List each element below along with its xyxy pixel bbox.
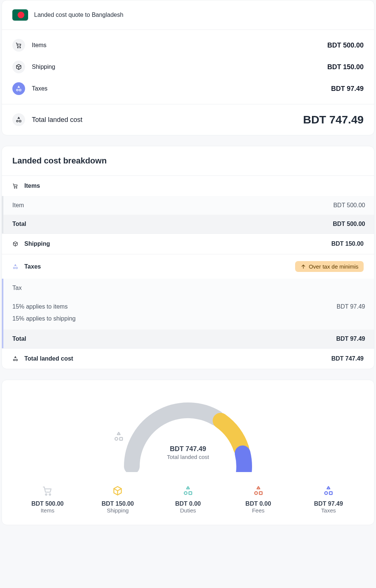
summary-shipping-label: Shipping — [32, 64, 321, 70]
breakdown-tax-detail: 15% applies to items BDT 97.49 15% appli… — [2, 297, 374, 330]
svg-point-20 — [325, 492, 328, 495]
legend-taxes-caption: Taxes — [293, 507, 364, 514]
breakdown-tax-line1: 15% applies to items — [12, 303, 337, 310]
svg-point-18 — [255, 492, 258, 495]
breakdown-grand-total-label: Total landed cost — [24, 355, 325, 362]
svg-rect-3 — [19, 89, 21, 91]
breakdown-shipping-value: BDT 150.00 — [331, 241, 364, 247]
package-icon — [12, 61, 25, 73]
shapes-icon — [182, 485, 194, 496]
breakdown-taxes-label: Taxes — [24, 263, 41, 270]
breakdown-card: Landed cost breakdown Items Item BDT 500… — [1, 146, 375, 369]
shapes-icon — [253, 485, 264, 496]
breakdown-grand-total-value: BDT 747.49 — [331, 355, 364, 362]
summary-shipping-value: BDT 150.00 — [327, 63, 364, 71]
gauge-chart: BDT 747.49 Total landed cost — [113, 393, 263, 468]
legend-fees-caption: Fees — [223, 507, 294, 514]
page-title: Landed cost quote to Bangladesh — [34, 12, 123, 18]
svg-rect-13 — [120, 438, 123, 441]
summary-header: Landed cost quote to Bangladesh — [2, 0, 374, 30]
breakdown-title: Landed cost breakdown — [2, 146, 374, 175]
breakdown-taxes-total-value: BDT 97.49 — [336, 336, 365, 342]
breakdown-tax-line2: 15% applies to shipping — [12, 315, 365, 322]
breakdown-items-total-value: BDT 500.00 — [333, 221, 365, 227]
breakdown-shipping-row: Shipping BDT 150.00 — [2, 233, 374, 254]
svg-point-16 — [184, 492, 187, 495]
svg-point-1 — [20, 47, 21, 48]
gauge-caption: Total landed cost — [113, 454, 263, 460]
legend-shipping: BDT 150.00 Shipping — [83, 483, 153, 514]
gauge-legend: BDT 500.00 Items BDT 150.00 Shipping BDT… — [12, 483, 364, 514]
svg-point-10 — [13, 359, 15, 361]
breakdown-taxes-total-label: Total — [12, 336, 336, 342]
summary-total-label: Total landed cost — [32, 116, 296, 124]
breakdown-taxes-header: Taxes Over tax de minimis — [2, 254, 374, 279]
legend-shipping-caption: Shipping — [83, 507, 153, 514]
legend-taxes: BDT 97.49 Taxes — [293, 483, 364, 514]
shapes-icon — [12, 356, 18, 362]
taxes-icon — [12, 82, 25, 95]
svg-point-2 — [16, 89, 18, 91]
arrow-up-icon — [300, 264, 306, 270]
svg-point-0 — [18, 47, 18, 48]
breakdown-tax-label-row: Tax — [2, 279, 374, 297]
svg-rect-5 — [19, 120, 21, 122]
breakdown-shipping-label: Shipping — [24, 241, 325, 247]
legend-duties-value: BDT 0.00 — [153, 500, 223, 507]
shapes-icon — [323, 485, 334, 496]
package-icon — [12, 241, 18, 247]
de-minimis-text: Over tax de minimis — [309, 263, 358, 270]
summary-items-value: BDT 500.00 — [327, 42, 364, 49]
shapes-icon — [113, 431, 124, 442]
breakdown-items-label: Items — [24, 183, 40, 189]
svg-point-4 — [16, 120, 18, 122]
breakdown-items-header: Items — [2, 175, 374, 196]
taxes-icon — [12, 264, 18, 270]
summary-row-shipping: Shipping BDT 150.00 — [2, 56, 374, 78]
gauge-amount: BDT 747.49 — [113, 445, 263, 453]
legend-items-caption: Items — [12, 507, 83, 514]
summary-items-label: Items — [32, 42, 321, 49]
breakdown-items-total-row: Total BDT 500.00 — [2, 215, 374, 233]
legend-taxes-value: BDT 97.49 — [293, 500, 364, 507]
de-minimis-badge: Over tax de minimis — [295, 261, 364, 272]
shapes-icon — [12, 113, 25, 126]
svg-rect-21 — [330, 492, 333, 495]
breakdown-grand-total-row: Total landed cost BDT 747.49 — [2, 348, 374, 369]
legend-fees-value: BDT 0.00 — [223, 500, 294, 507]
summary-total-row: Total landed cost BDT 747.49 — [2, 104, 374, 135]
breakdown-item-label: Item — [12, 202, 329, 209]
legend-items: BDT 500.00 Items — [12, 483, 83, 514]
legend-items-value: BDT 500.00 — [12, 500, 83, 507]
breakdown-item-value: BDT 500.00 — [333, 202, 365, 209]
summary-taxes-value: BDT 97.49 — [331, 85, 364, 93]
cart-icon — [12, 39, 25, 52]
summary-row-taxes: Taxes BDT 97.49 — [2, 78, 374, 99]
svg-point-15 — [49, 494, 51, 495]
gauge-card: BDT 747.49 Total landed cost BDT 500.00 … — [1, 380, 375, 525]
package-icon — [112, 485, 123, 496]
summary-taxes-label: Taxes — [32, 85, 324, 92]
svg-rect-11 — [16, 359, 17, 361]
legend-shipping-value: BDT 150.00 — [83, 500, 153, 507]
summary-total-value: BDT 747.49 — [303, 113, 364, 126]
svg-rect-17 — [189, 492, 192, 495]
svg-point-7 — [16, 187, 17, 188]
svg-rect-9 — [16, 267, 17, 269]
legend-duties-caption: Duties — [153, 507, 223, 514]
summary-card: Landed cost quote to Bangladesh Items BD… — [1, 0, 375, 135]
legend-duties: BDT 0.00 Duties — [153, 483, 223, 514]
svg-point-12 — [115, 438, 118, 441]
breakdown-tax-label: Tax — [12, 285, 365, 291]
breakdown-item-row: Item BDT 500.00 — [2, 196, 374, 215]
legend-fees: BDT 0.00 Fees — [223, 483, 294, 514]
svg-point-14 — [45, 494, 47, 495]
cart-icon — [12, 183, 18, 189]
bangladesh-flag-icon — [12, 9, 28, 21]
svg-rect-19 — [259, 492, 262, 495]
breakdown-tax-line1-value: BDT 97.49 — [337, 303, 365, 310]
svg-point-8 — [13, 267, 15, 269]
svg-point-6 — [14, 187, 15, 188]
breakdown-items-total-label: Total — [12, 221, 333, 227]
cart-icon — [42, 485, 53, 496]
